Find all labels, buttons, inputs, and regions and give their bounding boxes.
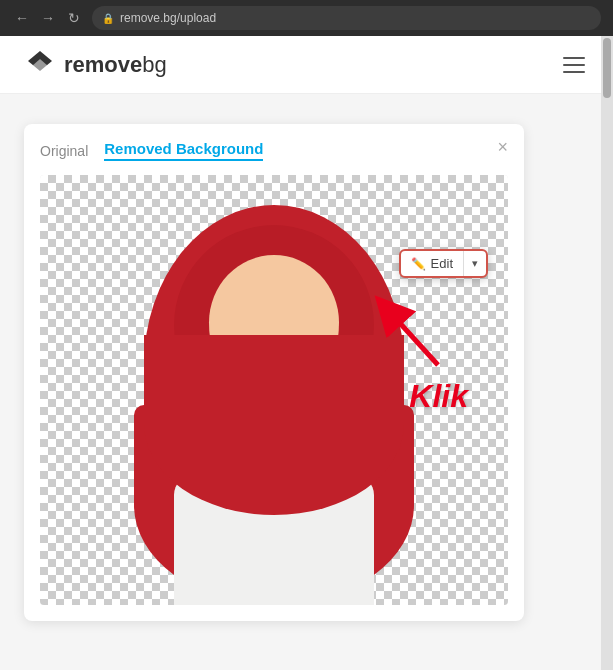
logo-light: bg — [142, 52, 166, 77]
logo-text: removebg — [64, 52, 167, 78]
close-button[interactable]: × — [497, 138, 508, 156]
app-header: removebg — [0, 36, 613, 94]
edit-button-wrapper: ✏️ Edit ▾ — [399, 249, 488, 278]
tab-removed-background[interactable]: Removed Background — [104, 140, 263, 161]
result-card: Original Removed Background × ✏️ E — [24, 124, 524, 621]
arrow-annotation — [358, 295, 458, 375]
scrollbar-thumb[interactable] — [603, 38, 611, 98]
hamburger-line-3 — [563, 71, 585, 73]
main-content: Original Removed Background × ✏️ E — [0, 94, 613, 651]
hamburger-button[interactable] — [559, 53, 589, 77]
annotation-container: Klik — [368, 295, 468, 415]
logo-icon — [24, 49, 56, 81]
forward-button[interactable]: → — [38, 8, 58, 28]
image-preview: ✏️ Edit ▾ Klik — [40, 175, 508, 605]
hamburger-line-1 — [563, 57, 585, 59]
lock-icon: 🔒 — [102, 13, 114, 24]
chevron-down-icon: ▾ — [472, 257, 478, 270]
reload-button[interactable]: ↻ — [64, 8, 84, 28]
url-text: remove.bg/upload — [120, 11, 216, 25]
logo-bold: remove — [64, 52, 142, 77]
back-button[interactable]: ← — [12, 8, 32, 28]
logo: removebg — [24, 49, 167, 81]
hamburger-line-2 — [563, 64, 585, 66]
pencil-icon: ✏️ — [411, 257, 426, 271]
nav-buttons: ← → ↻ — [12, 8, 84, 28]
svg-line-3 — [388, 310, 438, 365]
browser-chrome: ← → ↻ 🔒 remove.bg/upload — [0, 0, 613, 36]
address-bar[interactable]: 🔒 remove.bg/upload — [92, 6, 601, 30]
tab-bar: Original Removed Background — [40, 140, 508, 161]
edit-main-button[interactable]: ✏️ Edit — [401, 251, 464, 276]
edit-dropdown-button[interactable]: ▾ — [464, 251, 486, 276]
edit-label: Edit — [431, 256, 453, 271]
tab-original[interactable]: Original — [40, 143, 88, 159]
klik-annotation: Klik — [409, 378, 468, 415]
